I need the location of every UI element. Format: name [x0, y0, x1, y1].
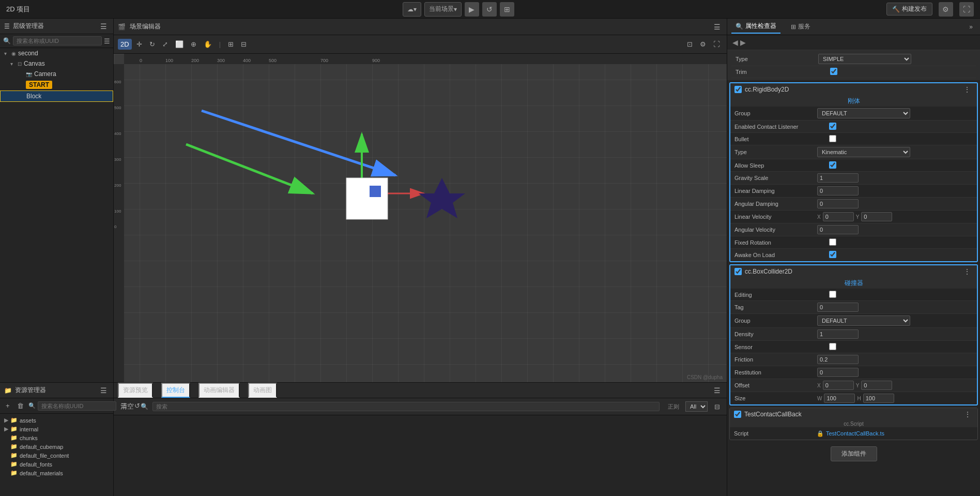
scene-settings-btn[interactable]: ⚙ — [697, 39, 709, 50]
bc-restitution-input[interactable] — [817, 368, 859, 377]
rect-tool-btn[interactable]: ⬜ — [173, 39, 186, 50]
rb-lin-damp-input[interactable] — [817, 186, 859, 196]
tree-node-canvas[interactable]: ▾ ⊡ Canvas — [0, 58, 113, 69]
search-icon-asset: 🔍 — [28, 402, 36, 409]
rigid-body-more-btn[interactable]: ⋮ — [961, 85, 973, 94]
asset-search-input[interactable] — [38, 401, 116, 411]
console-search-input[interactable] — [152, 402, 660, 411]
type-label: Type — [736, 56, 818, 62]
rb-fixed-rot-checkbox[interactable] — [817, 238, 848, 246]
bc-offset-y-input[interactable] — [861, 381, 892, 390]
bc-density-input[interactable] — [817, 329, 859, 339]
fullscreen-btn[interactable]: ⛶ — [959, 2, 974, 17]
scene-resize-btn[interactable]: ⊡ — [684, 39, 695, 50]
snapping-tool-btn[interactable]: ⊞ — [225, 39, 236, 50]
grid-button[interactable]: ⊞ — [500, 2, 514, 17]
rb-contact-checkbox[interactable] — [817, 123, 848, 130]
asset-menu-btn[interactable]: ☰ — [98, 386, 109, 395]
scale-tool-btn[interactable]: ⤢ — [160, 39, 171, 50]
bc-editing-checkbox[interactable] — [817, 291, 848, 298]
bc-friction-input[interactable] — [817, 355, 859, 364]
rb-lin-vel-y-input[interactable] — [861, 212, 892, 221]
rigid-body-enabled-checkbox[interactable] — [734, 86, 742, 93]
asset-item-chunks[interactable]: 📁 chunks — [0, 433, 113, 442]
rb-ang-vel-input[interactable] — [817, 225, 859, 234]
rb-allow-sleep-checkbox[interactable] — [817, 161, 848, 169]
trim-value — [818, 68, 972, 76]
script-section-header[interactable]: TestContactCallBack ⋮ — [730, 408, 977, 420]
rb-awake-checkbox[interactable] — [817, 251, 848, 258]
rb-group-value: DEFAULT — [817, 108, 973, 118]
asset-refresh-btn[interactable]: ↺ — [132, 400, 143, 411]
inspector-collapse-btn[interactable]: » — [966, 22, 976, 32]
scene-fullscreen-btn[interactable]: ⛶ — [711, 39, 723, 50]
asset-item-file-content[interactable]: 📁 default_file_content — [0, 451, 113, 460]
asset-add-btn[interactable]: + — [3, 400, 12, 411]
bc-size-w-input[interactable] — [824, 394, 855, 403]
rb-type-select[interactable]: Kinematic — [817, 147, 910, 157]
rotate-tool-btn[interactable]: ↻ — [147, 39, 158, 50]
tab-inspector[interactable]: 🔍 属性检查器 — [731, 20, 780, 34]
type-select[interactable]: SIMPLE — [818, 54, 911, 64]
box-collider-header[interactable]: cc.BoxCollider2D ⋮ — [730, 265, 977, 278]
tree-node-second[interactable]: ▾ ◉ second — [0, 48, 113, 58]
asset-item-assets[interactable]: ▶ 📁 assets — [0, 416, 113, 425]
box-collider-enabled-checkbox[interactable] — [734, 268, 742, 275]
hierarchy-menu-btn[interactable]: ☰ — [98, 22, 109, 31]
topbar-scene-dropdown[interactable]: ☁ ▾ — [403, 2, 421, 17]
asset-delete-btn[interactable]: 🗑 — [14, 400, 26, 411]
build-publish-btn[interactable]: 🔨 构建发布 — [886, 3, 932, 16]
asset-item-internal[interactable]: ▶ 📁 internal — [0, 425, 113, 433]
scene-canvas[interactable]: 0 100 200 300 400 500 700 900 600 500 40… — [114, 54, 727, 382]
asset-list-view[interactable]: ☰ — [118, 400, 130, 411]
tab-assets[interactable]: 资源预览 — [118, 383, 153, 398]
scene-dropdown-btn[interactable]: 当前场景 ▾ — [424, 2, 462, 17]
asset-item-cubemap[interactable]: 📁 default_cubemap — [0, 442, 113, 451]
move-tool-btn[interactable]: ✛ — [134, 39, 145, 50]
settings-btn[interactable]: ⚙ — [939, 2, 953, 17]
bc-sensor-checkbox[interactable] — [817, 343, 848, 350]
tab-graph[interactable]: 动画图 — [248, 383, 277, 398]
asset-item-materials[interactable]: 📁 default_materials — [0, 469, 113, 477]
mode-2d-btn[interactable]: 2D — [118, 39, 132, 50]
bottom-menu-btn[interactable]: ☰ — [712, 386, 723, 395]
align-tool-btn[interactable]: ⊟ — [238, 39, 249, 50]
rb-awake-label: Awake On Load — [734, 252, 817, 258]
bc-size-h-input[interactable] — [863, 394, 894, 403]
log-level-select[interactable]: All — [685, 401, 708, 412]
anchor-tool-btn[interactable]: ⊕ — [188, 39, 199, 50]
bc-group-select[interactable]: DEFAULT — [817, 315, 910, 326]
watermark: CSDN @dupha — [687, 374, 723, 380]
asset-item-fonts[interactable]: 📁 default_fonts — [0, 460, 113, 469]
tab-console[interactable]: 控制台 — [161, 383, 190, 398]
bc-tag-input[interactable] — [817, 303, 859, 312]
rb-bullet-checkbox[interactable] — [817, 135, 848, 142]
add-component-btn[interactable]: 添加组件 — [831, 446, 877, 461]
tree-node-camera[interactable]: 📷 Camera — [0, 69, 113, 79]
script-enabled-checkbox[interactable] — [734, 411, 741, 418]
rb-lin-vel-x-input[interactable] — [823, 212, 854, 221]
nav-forward-btn[interactable]: ▶ — [739, 37, 747, 48]
rb-group-select[interactable]: DEFAULT — [817, 108, 910, 118]
tab-services[interactable]: ⊞ 服务 — [787, 20, 815, 33]
prop-bc-editing: Editing — [730, 289, 977, 301]
rb-ang-damp-input[interactable] — [817, 199, 859, 208]
hierarchy-search-input[interactable] — [13, 36, 102, 46]
script-more-btn[interactable]: ⋮ — [962, 410, 973, 418]
rb-gravity-input[interactable] — [817, 173, 859, 183]
box-collider-more-btn[interactable]: ⋮ — [961, 267, 973, 276]
hierarchy-list-view-btn[interactable]: ☰ — [104, 37, 110, 45]
console-filter-btn[interactable]: ⊟ — [712, 401, 723, 412]
nav-back-btn[interactable]: ◀ — [731, 37, 739, 48]
rigid-body-header[interactable]: cc.RigidBody2D ⋮ — [730, 83, 977, 96]
svg-rect-9 — [370, 186, 381, 197]
refresh-button[interactable]: ↺ — [482, 2, 497, 17]
play-button[interactable]: ▶ — [465, 2, 479, 17]
hand-tool-btn[interactable]: ✋ — [201, 39, 215, 50]
tree-node-block[interactable]: Block — [0, 91, 113, 102]
scene-menu-btn[interactable]: ☰ — [712, 23, 723, 31]
tree-node-start[interactable]: START — [0, 79, 113, 91]
tab-animation[interactable]: 动画编辑器 — [198, 383, 240, 398]
bc-offset-x-input[interactable] — [823, 381, 854, 390]
trim-checkbox[interactable] — [818, 68, 849, 75]
